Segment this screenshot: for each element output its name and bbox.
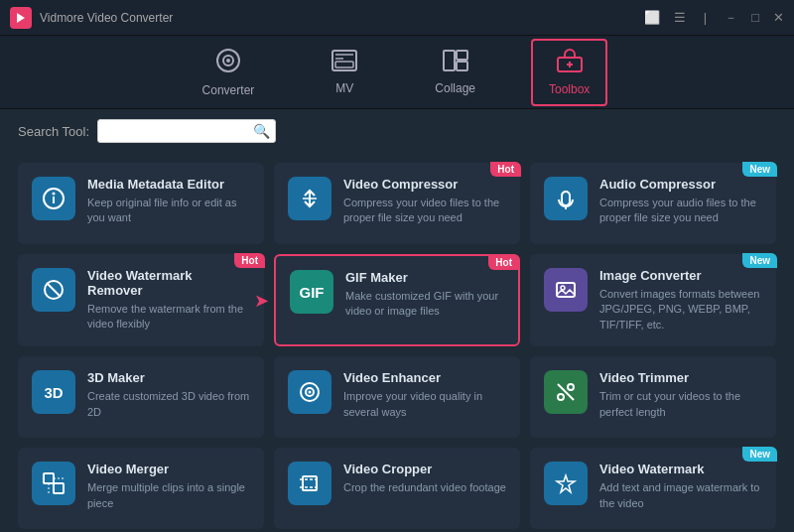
- converter-label: Converter: [202, 83, 255, 97]
- svg-rect-17: [562, 192, 570, 205]
- tool-desc-video-enhancer: Improve your video quality in several wa…: [343, 389, 506, 420]
- badge-video-watermark: New: [742, 447, 777, 462]
- search-bar: Search Tool: 🔍: [0, 109, 794, 153]
- svg-point-14: [53, 193, 56, 196]
- search-input[interactable]: [97, 119, 276, 143]
- tool-card-video-watermark[interactable]: NewVideo WatermarkAdd text and image wat…: [530, 448, 776, 529]
- app-title: Vidmore Video Converter: [40, 11, 644, 25]
- tool-title-3d-maker: 3D Maker: [87, 370, 250, 385]
- tool-title-video-compressor: Video Compressor: [343, 177, 506, 192]
- tool-title-video-enhancer: Video Enhancer: [343, 370, 506, 385]
- tool-desc-image-converter: Convert images formats between JPG/JPEG,…: [599, 287, 762, 332]
- window-controls: ⬜ ☰ | － □ ✕: [644, 9, 784, 27]
- tool-title-gif-maker: GIF Maker: [345, 270, 504, 285]
- tool-text-gif-maker: GIF MakerMake customized GIF with your v…: [345, 270, 504, 320]
- nav-converter[interactable]: Converter: [187, 40, 271, 105]
- tool-text-image-converter: Image ConverterConvert images formats be…: [599, 268, 762, 332]
- tool-card-video-watermark-remover[interactable]: HotVideo Watermark RemoverRemove the wat…: [18, 254, 264, 346]
- close-button[interactable]: ✕: [773, 10, 784, 25]
- tool-icon-media-metadata: [32, 177, 75, 220]
- svg-rect-6: [444, 51, 455, 70]
- tool-icon-video-trimmer: [544, 370, 588, 414]
- tool-card-video-compressor[interactable]: HotVideo CompressorCompress your video f…: [274, 163, 520, 244]
- nav-bar: Converter MV Collage: [0, 36, 794, 109]
- svg-rect-33: [303, 476, 317, 490]
- converter-icon: [215, 48, 241, 79]
- toolbox-label: Toolbox: [549, 82, 590, 96]
- tool-text-media-metadata: Media Metadata EditorKeep original file …: [87, 177, 250, 226]
- maximize-button[interactable]: □: [751, 10, 759, 25]
- tool-desc-video-watermark-remover: Remove the watermark from the video flex…: [87, 302, 250, 332]
- tool-desc-video-merger: Merge multiple clips into a single piece: [87, 480, 250, 511]
- tool-text-video-enhancer: Video EnhancerImprove your video quality…: [343, 370, 506, 420]
- tool-desc-gif-maker: Make customized GIF with your video or i…: [345, 289, 504, 320]
- mv-icon: [331, 50, 357, 77]
- svg-line-20: [47, 283, 61, 297]
- tool-title-image-converter: Image Converter: [599, 268, 762, 283]
- toolbox-icon: [557, 49, 583, 78]
- svg-line-26: [558, 384, 574, 400]
- collage-icon: [443, 50, 468, 77]
- tools-grid: Media Metadata EditorKeep original file …: [0, 153, 794, 532]
- tool-text-video-trimmer: Video TrimmerTrim or cut your videos to …: [599, 370, 762, 420]
- tool-desc-video-compressor: Compress your video files to the proper …: [343, 196, 506, 226]
- badge-image-converter: New: [742, 253, 777, 268]
- title-bar: Vidmore Video Converter ⬜ ☰ | － □ ✕: [0, 0, 794, 36]
- collage-label: Collage: [435, 81, 475, 95]
- tool-desc-audio-compressor: Compress your audio files to the proper …: [599, 196, 762, 226]
- tool-card-audio-compressor[interactable]: NewAudio CompressorCompress your audio f…: [530, 163, 776, 244]
- nav-toolbox[interactable]: Toolbox: [531, 39, 607, 106]
- tool-icon-3d-maker: 3D: [32, 370, 75, 414]
- tool-icon-video-merger: [32, 462, 75, 505]
- tool-icon-video-watermark-remover: [32, 268, 75, 312]
- tool-icon-video-enhancer: [288, 370, 331, 414]
- tool-card-video-merger[interactable]: Video MergerMerge multiple clips into a …: [18, 448, 264, 529]
- tool-text-3d-maker: 3D MakerCreate customized 3D video from …: [87, 370, 250, 420]
- tool-title-media-metadata: Media Metadata Editor: [87, 177, 250, 192]
- tool-card-video-trimmer[interactable]: Video TrimmerTrim or cut your videos to …: [530, 356, 776, 438]
- tool-icon-image-converter: [544, 268, 588, 312]
- tool-card-media-metadata[interactable]: Media Metadata EditorKeep original file …: [18, 163, 264, 244]
- search-icon[interactable]: 🔍: [253, 123, 270, 139]
- tool-text-video-cropper: Video CropperCrop the redundant video fo…: [343, 462, 506, 495]
- tool-desc-media-metadata: Keep original file info or edit as you w…: [87, 196, 250, 226]
- tool-icon-audio-compressor: [544, 177, 588, 220]
- tool-title-video-watermark: Video Watermark: [599, 462, 762, 476]
- mv-label: MV: [335, 81, 353, 95]
- badge-gif-maker: Hot: [488, 255, 519, 270]
- badge-video-watermark-remover: Hot: [234, 253, 265, 268]
- svg-rect-5: [335, 62, 353, 67]
- tool-title-audio-compressor: Audio Compressor: [599, 177, 762, 192]
- tool-card-video-enhancer[interactable]: Video EnhancerImprove your video quality…: [274, 356, 520, 438]
- tool-icon-video-cropper: [288, 462, 331, 505]
- tool-text-video-merger: Video MergerMerge multiple clips into a …: [87, 462, 250, 511]
- svg-rect-29: [44, 473, 54, 483]
- svg-point-27: [558, 394, 564, 400]
- tool-card-video-cropper[interactable]: Video CropperCrop the redundant video fo…: [274, 448, 520, 529]
- svg-point-3: [226, 59, 230, 63]
- nav-collage[interactable]: Collage: [419, 42, 491, 103]
- nav-mv[interactable]: MV: [310, 42, 379, 103]
- tool-text-video-compressor: Video CompressorCompress your video file…: [343, 177, 506, 226]
- tool-card-gif-maker[interactable]: Hot➤GIFGIF MakerMake customized GIF with…: [274, 254, 520, 346]
- tool-card-image-converter[interactable]: NewImage ConverterConvert images formats…: [530, 254, 776, 346]
- tool-title-video-cropper: Video Cropper: [343, 462, 506, 476]
- tool-title-video-watermark-remover: Video Watermark Remover: [87, 268, 250, 298]
- svg-point-25: [309, 391, 312, 394]
- tool-card-3d-maker[interactable]: 3D3D MakerCreate customized 3D video fro…: [18, 356, 264, 438]
- svg-marker-0: [17, 13, 25, 23]
- subtitle-icon[interactable]: ⬜: [644, 10, 660, 25]
- tool-title-video-trimmer: Video Trimmer: [599, 370, 762, 385]
- tool-desc-video-watermark: Add text and image watermark to the vide…: [599, 480, 762, 511]
- search-label: Search Tool:: [18, 124, 89, 139]
- tool-title-video-merger: Video Merger: [87, 462, 250, 476]
- menu-icon[interactable]: ☰: [674, 10, 686, 25]
- search-wrapper: 🔍: [97, 119, 276, 143]
- tool-text-audio-compressor: Audio CompressorCompress your audio file…: [599, 177, 762, 226]
- minimize-button[interactable]: －: [725, 9, 737, 27]
- svg-rect-30: [54, 483, 64, 493]
- app-logo: [10, 7, 32, 29]
- svg-rect-8: [457, 62, 467, 70]
- tool-desc-video-trimmer: Trim or cut your videos to the perfect l…: [599, 389, 762, 420]
- tool-icon-video-compressor: [288, 177, 331, 220]
